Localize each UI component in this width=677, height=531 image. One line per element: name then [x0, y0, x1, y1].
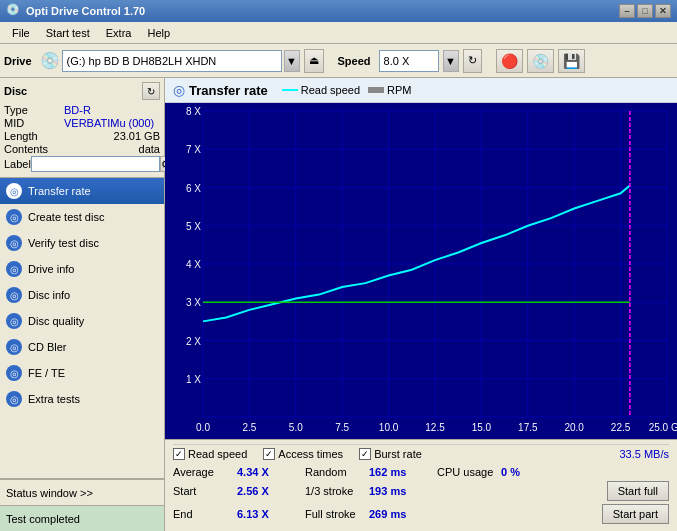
- disc-mid-value: VERBATIMu (000): [64, 117, 160, 129]
- fe-te-icon: ◎: [6, 365, 22, 381]
- legend-read-speed-label: Read speed: [301, 84, 360, 96]
- access-times-checkbox[interactable]: ✓: [263, 448, 275, 460]
- average-label: Average: [173, 466, 233, 478]
- nav-extra-tests[interactable]: ◎ Extra tests: [0, 386, 164, 412]
- maximize-button[interactable]: □: [637, 4, 653, 18]
- disc-quality-icon: ◎: [6, 313, 22, 329]
- status-window-button[interactable]: Status window >>: [0, 479, 164, 505]
- eject-button[interactable]: ⏏: [304, 49, 324, 73]
- start-cell: Start 2.56 X: [173, 485, 277, 497]
- menu-start-test[interactable]: Start test: [38, 25, 98, 41]
- burst-rate-check-label: Burst rate: [374, 448, 422, 460]
- read-speed-check-label: Read speed: [188, 448, 247, 460]
- disc-action-button[interactable]: 💿: [527, 49, 554, 73]
- nav-drive-info[interactable]: ◎ Drive info: [0, 256, 164, 282]
- nav-verify-test-disc[interactable]: ◎ Verify test disc: [0, 230, 164, 256]
- drive-dropdown-arrow[interactable]: ▼: [284, 50, 300, 72]
- disc-length-value: 23.01 GB: [64, 130, 160, 142]
- nav-fe-te[interactable]: ◎ FE / TE: [0, 360, 164, 386]
- chart-container: [165, 103, 677, 439]
- disc-info-icon: ◎: [6, 287, 22, 303]
- speed-dropdown[interactable]: 8.0 X: [379, 50, 439, 72]
- nav-disc-info[interactable]: ◎ Disc info: [0, 282, 164, 308]
- end-cell: End 6.13 X: [173, 508, 277, 520]
- disc-type-value: BD-R: [64, 104, 160, 116]
- status-window-label: Status window >>: [6, 487, 93, 499]
- stroke-1-3-label: 1/3 stroke: [305, 485, 365, 497]
- stroke-1-3-value: 193 ms: [369, 485, 409, 497]
- nav-extra-tests-label: Extra tests: [28, 393, 80, 405]
- full-stroke-label: Full stroke: [305, 508, 365, 520]
- nav-transfer-rate[interactable]: ◎ Transfer rate: [0, 178, 164, 204]
- end-value: 6.13 X: [237, 508, 277, 520]
- extra-tests-icon: ◎: [6, 391, 22, 407]
- legend-rpm: RPM: [368, 84, 411, 96]
- disc-header: Disc ↻: [4, 82, 160, 100]
- nav-fe-te-label: FE / TE: [28, 367, 65, 379]
- menu-file[interactable]: File: [4, 25, 38, 41]
- cpu-cell: CPU usage 0 %: [437, 466, 541, 478]
- test-completed-text: Test completed: [6, 513, 80, 525]
- burst-rate-checkbox[interactable]: ✓: [359, 448, 371, 460]
- random-value: 162 ms: [369, 466, 409, 478]
- disc-length-label: Length: [4, 130, 64, 142]
- start-part-button[interactable]: Start part: [602, 504, 669, 524]
- disc-label-input[interactable]: [31, 156, 160, 172]
- close-button[interactable]: ✕: [655, 4, 671, 18]
- titlebar: 💿 Opti Drive Control 1.70 – □ ✕: [0, 0, 677, 22]
- drive-select: 💿 (G:) hp BD B DH8B2LH XHDN ▼: [40, 50, 300, 72]
- minimize-button[interactable]: –: [619, 4, 635, 18]
- toolbar: Drive 💿 (G:) hp BD B DH8B2LH XHDN ▼ ⏏ Sp…: [0, 44, 677, 78]
- app-icon: 💿: [6, 3, 22, 19]
- stats-row-1: Average 4.34 X Random 162 ms CPU usage 0…: [173, 466, 669, 478]
- read-speed-checkbox[interactable]: ✓: [173, 448, 185, 460]
- drive-dropdown[interactable]: (G:) hp BD B DH8B2LH XHDN: [62, 50, 282, 72]
- start-label: Start: [173, 485, 233, 497]
- drive-icon: 💿: [40, 51, 60, 70]
- nav-create-test-disc[interactable]: ◎ Create test disc: [0, 204, 164, 230]
- access-times-check-label: Access times: [278, 448, 343, 460]
- legend-read-speed: Read speed: [282, 84, 360, 96]
- check-access-times: ✓ Access times: [263, 448, 343, 460]
- app-title: Opti Drive Control 1.70: [26, 5, 619, 17]
- disc-type-label: Type: [4, 104, 64, 116]
- disc-label-label: Label: [4, 158, 31, 170]
- disc-title: Disc: [4, 85, 27, 97]
- nav-cd-bler-label: CD Bler: [28, 341, 67, 353]
- nav-cd-bler[interactable]: ◎ CD Bler: [0, 334, 164, 360]
- sidebar: Disc ↻ Type BD-R MID VERBATIMu (000) Len…: [0, 78, 165, 531]
- nav-items: ◎ Transfer rate ◎ Create test disc ◎ Ver…: [0, 178, 164, 478]
- content-area: ◎ Transfer rate Read speed RPM: [165, 78, 677, 531]
- check-burst-rate: ✓ Burst rate: [359, 448, 422, 460]
- stats-area: ✓ Read speed ✓ Access times ✓ Burst rate…: [165, 439, 677, 531]
- nav-disc-quality-label: Disc quality: [28, 315, 84, 327]
- full-stroke-cell: Full stroke 269 ms: [305, 508, 409, 520]
- stats-row-2: Start 2.56 X 1/3 stroke 193 ms Start ful…: [173, 481, 669, 501]
- save-button[interactable]: 💾: [558, 49, 585, 73]
- random-label: Random: [305, 466, 365, 478]
- disc-contents-value: data: [64, 143, 160, 155]
- nav-transfer-rate-label: Transfer rate: [28, 185, 91, 197]
- start-value: 2.56 X: [237, 485, 277, 497]
- drive-info-icon: ◎: [6, 261, 22, 277]
- stroke-1-3-cell: 1/3 stroke 193 ms: [305, 485, 409, 497]
- disc-contents-label: Contents: [4, 143, 64, 155]
- menu-extra[interactable]: Extra: [98, 25, 140, 41]
- disc-mid-row: MID VERBATIMu (000): [4, 117, 160, 129]
- disc-length-row: Length 23.01 GB: [4, 130, 160, 142]
- burst-rate-value: 33.5 MB/s: [619, 448, 669, 460]
- speed-dropdown-arrow[interactable]: ▼: [443, 50, 459, 72]
- start-full-button[interactable]: Start full: [607, 481, 669, 501]
- disc-panel: Disc ↻ Type BD-R MID VERBATIMu (000) Len…: [0, 78, 164, 178]
- disc-type-row: Type BD-R: [4, 104, 160, 116]
- nav-disc-quality[interactable]: ◎ Disc quality: [0, 308, 164, 334]
- disc-contents-row: Contents data: [4, 143, 160, 155]
- disc-label-row: Label ⚙: [4, 156, 160, 172]
- average-value: 4.34 X: [237, 466, 277, 478]
- disc-refresh-button[interactable]: ↻: [142, 82, 160, 100]
- chart-title: Transfer rate: [189, 83, 268, 98]
- disc-color-button[interactable]: 🔴: [496, 49, 523, 73]
- check-read-speed: ✓ Read speed: [173, 448, 247, 460]
- menu-help[interactable]: Help: [139, 25, 178, 41]
- refresh-button[interactable]: ↻: [463, 49, 482, 73]
